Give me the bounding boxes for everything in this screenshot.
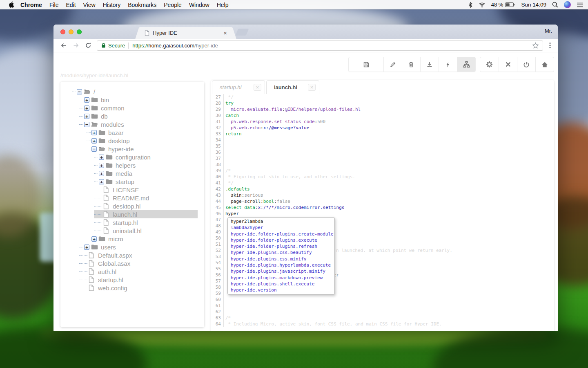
autocomplete-item[interactable]: hyper-ide.folder-plugins.refresh (228, 243, 334, 249)
tree-file-license[interactable]: LICENSE (94, 186, 198, 194)
editor-tab-startup-hl[interactable]: startup.hl× (212, 80, 265, 94)
autocomplete-item[interactable]: hyper-ide.plugins.shell.execute (228, 281, 334, 287)
autocomplete-item[interactable]: hyper2lambda (228, 218, 334, 224)
save-button[interactable] (349, 57, 383, 72)
tree-file-uninstall-hl[interactable]: uninstall.hl (94, 227, 198, 235)
autocomplete-item[interactable]: hyper-ide.version (228, 287, 334, 293)
expand-icon[interactable]: + (84, 97, 89, 103)
tree-button[interactable] (457, 57, 475, 72)
collapse-icon[interactable]: − (77, 89, 82, 94)
menu-item-chrome[interactable]: Chrome (20, 2, 42, 8)
siri-icon[interactable] (564, 1, 571, 8)
tree-file-global-asax[interactable]: Global.asax (79, 259, 198, 267)
tree-file-startup-hl[interactable]: startup.hl (79, 276, 198, 284)
bookmark-star-icon[interactable] (532, 42, 539, 49)
menu-clock[interactable]: Sun 14:09 (521, 2, 546, 8)
tree-file-startup-hl[interactable]: startup.hl (94, 218, 198, 227)
tree-label: auth.hl (98, 268, 116, 275)
download-button[interactable] (420, 57, 439, 72)
secure-lock-icon[interactable] (101, 43, 106, 48)
forward-button[interactable] (71, 40, 81, 50)
bluetooth-icon[interactable] (468, 2, 473, 8)
execute-button[interactable] (439, 57, 457, 72)
close-button[interactable] (499, 57, 517, 72)
zoom-window-button[interactable] (77, 29, 82, 34)
settings-button[interactable] (480, 57, 499, 72)
profile-name[interactable]: Mr. (545, 28, 552, 34)
tree-folder-common[interactable]: +common (79, 104, 198, 112)
expand-icon[interactable]: + (91, 138, 97, 144)
home-button[interactable] (535, 57, 554, 72)
tree-folder-modules[interactable]: −modules (79, 120, 198, 128)
address-bar[interactable]: Secure https://home.gaiasoul.com/hyper-i… (97, 40, 543, 51)
expand-icon[interactable]: + (84, 245, 89, 250)
tree-folder-startup[interactable]: +startup (94, 177, 198, 186)
tree-folder--[interactable]: −/ (72, 88, 198, 96)
expand-icon[interactable]: + (99, 179, 104, 184)
expand-icon[interactable]: + (84, 105, 89, 111)
editor-tab-close-icon[interactable]: × (254, 84, 261, 91)
menu-item-people[interactable]: People (164, 2, 182, 8)
expand-icon[interactable]: + (91, 130, 97, 135)
collapse-icon[interactable]: − (84, 122, 89, 127)
menu-item-file[interactable]: File (49, 2, 59, 8)
wifi-icon[interactable] (479, 2, 486, 8)
autocomplete-item[interactable]: hyper-ide.plugins.css.beautify (228, 249, 334, 256)
tree-file-launch-hl[interactable]: launch.hl (94, 210, 198, 218)
edit-button[interactable] (383, 57, 402, 72)
line-number: 62 (211, 309, 223, 315)
menu-item-view[interactable]: View (83, 2, 96, 8)
menu-item-edit[interactable]: Edit (66, 2, 76, 8)
autocomplete-item[interactable]: hyper-ide.plugins.hyperlambda.execute (228, 262, 334, 268)
code-editor[interactable]: 27 */28try29 micro.evaluate.file:@IDE/he… (211, 94, 554, 331)
tree-folder-micro[interactable]: +micro (87, 235, 198, 243)
tree-folder-configuration[interactable]: +configuration (94, 153, 198, 161)
browser-tab[interactable]: Hyper IDE × (140, 27, 231, 39)
expand-icon[interactable]: + (99, 163, 104, 168)
tree-file-auth-hl[interactable]: auth.hl (79, 267, 198, 276)
expand-icon[interactable]: + (84, 114, 89, 119)
autocomplete-item[interactable]: lambda2hyper (228, 224, 334, 231)
browser-menu-button[interactable] (546, 42, 554, 49)
tree-folder-users[interactable]: +users (79, 243, 198, 251)
tree-file-readme-md[interactable]: README.md (94, 194, 198, 202)
minimize-window-button[interactable] (69, 29, 74, 34)
menu-item-history[interactable]: History (103, 2, 121, 8)
tab-close-icon[interactable]: × (223, 30, 227, 36)
menu-item-help[interactable]: Help (217, 2, 229, 8)
collapse-icon[interactable]: − (91, 146, 97, 152)
autocomplete-item[interactable]: hyper-ide.folder-plugins.create-module (228, 231, 334, 237)
editor-tab-close-icon[interactable]: × (308, 84, 316, 91)
tree-file-default-aspx[interactable]: Default.aspx (79, 251, 198, 259)
tree-folder-hyper-ide[interactable]: −hyper-ide (87, 145, 198, 153)
tree-folder-bin[interactable]: +bin (79, 96, 198, 104)
expand-icon[interactable]: + (99, 155, 104, 160)
menu-item-bookmarks[interactable]: Bookmarks (128, 2, 156, 8)
power-button[interactable] (517, 57, 535, 72)
close-window-button[interactable] (60, 29, 65, 34)
autocomplete-item[interactable]: hyper-ide.folder-plugins.execute (228, 237, 334, 243)
battery-indicator[interactable]: 48 % (491, 2, 516, 8)
tree-folder-desktop[interactable]: +desktop (87, 137, 198, 145)
tree-folder-helpers[interactable]: +helpers (94, 161, 198, 169)
tree-file-web-config[interactable]: web.config (79, 284, 198, 292)
notification-center-icon[interactable] (577, 2, 583, 8)
autocomplete-item[interactable]: hyper-ide.plugins.javascript.minify (228, 268, 334, 274)
back-button[interactable] (59, 40, 69, 50)
file-icon (88, 269, 95, 275)
menu-item-window[interactable]: Window (189, 2, 209, 8)
tree-folder-db[interactable]: +db (79, 112, 198, 120)
editor-tab-launch-hl[interactable]: launch.hl× (266, 80, 319, 94)
expand-icon[interactable]: + (99, 171, 104, 176)
tree-folder-media[interactable]: +media (94, 169, 198, 177)
apple-menu-icon[interactable] (8, 1, 14, 8)
autocomplete-item[interactable]: hyper-ide.plugins.css.minify (228, 256, 334, 262)
delete-button[interactable] (402, 57, 420, 72)
expand-icon[interactable]: + (91, 236, 97, 242)
spotlight-icon[interactable] (552, 2, 558, 8)
reload-button[interactable] (83, 40, 93, 50)
new-tab-button[interactable] (236, 29, 249, 36)
tree-folder-bazar[interactable]: +bazar (87, 128, 198, 137)
autocomplete-item[interactable]: hyper-ide.plugins.markdown.preview (228, 275, 334, 281)
tree-file-desktop-hl[interactable]: desktop.hl (94, 202, 198, 210)
